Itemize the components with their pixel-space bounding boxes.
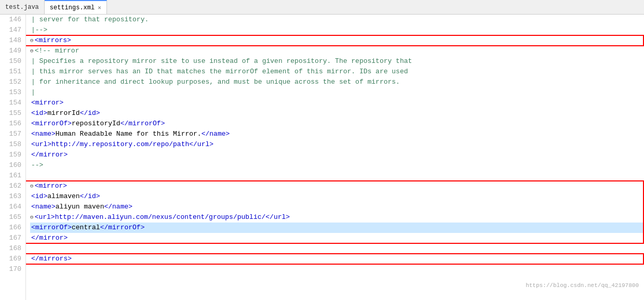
line-number: 167 (4, 233, 21, 243)
tab-bar: test.java settings.xml ✕ (0, 0, 644, 15)
code-line: --> (30, 160, 644, 171)
line-number: 165 (4, 212, 21, 223)
code-line: <url>http://my.repository.com/repo/path<… (30, 139, 644, 150)
code-line: | for inheritance and direct lookup purp… (30, 77, 644, 87)
code-line (30, 243, 644, 254)
line-number: 154 (4, 98, 21, 108)
code-line: <mirrorOf>repositoryId</mirrorOf> (30, 119, 644, 129)
code-line (30, 264, 644, 275)
line-number: 160 (4, 160, 21, 171)
line-number: 151 (4, 67, 21, 77)
code-line: | server for that repository. (30, 15, 644, 25)
code-line: <id>alimaven</id> (30, 191, 644, 202)
fold-icon[interactable]: ⊖ (30, 181, 34, 191)
fold-icon[interactable]: ⊖ (30, 212, 34, 223)
line-number: 164 (4, 202, 21, 212)
code-line: </mirror> (30, 150, 644, 160)
code-area-wrapper: 1461471481491501511521531541551561571581… (0, 15, 644, 300)
line-number: 158 (4, 139, 21, 150)
line-number: 147 (4, 25, 21, 35)
code-line: <name>aliyun maven</name> (30, 202, 644, 212)
code-area: 1461471481491501511521531541551561571581… (0, 15, 644, 300)
tab-settings-xml[interactable]: settings.xml ✕ (45, 0, 107, 14)
code-line: </mirrors> (30, 254, 644, 264)
tab-close-icon[interactable]: ✕ (98, 4, 101, 11)
line-number: 157 (4, 129, 21, 139)
line-number: 149 (4, 46, 21, 56)
editor: test.java settings.xml ✕ 146147148149150… (0, 0, 644, 300)
line-number: 153 (4, 87, 21, 98)
tab-label: settings.xml (50, 4, 95, 11)
code-line: | (30, 87, 644, 98)
code-line: <id>mirrorId</id> (30, 108, 644, 119)
line-number: 163 (4, 191, 21, 202)
code-line: | Specifies a repository mirror site to … (30, 56, 644, 67)
code-line: <mirror> (30, 98, 644, 108)
line-number: 150 (4, 56, 21, 67)
line-number: 169 (4, 254, 21, 264)
code-content: | server for that repository. |-->⊖<mirr… (26, 15, 644, 300)
code-line (30, 171, 644, 181)
code-line: | this mirror serves has an ID that matc… (30, 67, 644, 77)
code-line: ⊖ <url>http://maven.aliyun.com/nexus/con… (30, 212, 644, 223)
line-number: 161 (4, 171, 21, 181)
tab-label: test.java (5, 4, 39, 11)
line-number: 168 (4, 243, 21, 254)
code-line: ⊖ <mirror> (30, 181, 644, 191)
line-number: 159 (4, 150, 21, 160)
code-line: <mirrorOf>central</mirrorOf> (30, 223, 644, 233)
code-line: ⊖<mirrors> (30, 35, 644, 46)
line-number: 170 (4, 264, 21, 275)
code-line: ⊖ <!-- mirror (30, 46, 644, 56)
line-number: 152 (4, 77, 21, 87)
line-number: 155 (4, 108, 21, 119)
line-number: 162 (4, 181, 21, 191)
code-line: <name>Human Readable Name for this Mirro… (30, 129, 644, 139)
line-number: 146 (4, 15, 21, 25)
tab-test-java[interactable]: test.java (0, 0, 45, 14)
fold-icon[interactable]: ⊖ (30, 35, 34, 46)
line-number: 156 (4, 119, 21, 129)
line-number: 148 (4, 35, 21, 46)
line-number: 166 (4, 223, 21, 233)
code-line: </mirror> (30, 233, 644, 243)
fold-icon[interactable]: ⊖ (30, 46, 34, 56)
line-numbers: 1461471481491501511521531541551561571581… (0, 15, 26, 300)
code-line: |--> (30, 25, 644, 35)
